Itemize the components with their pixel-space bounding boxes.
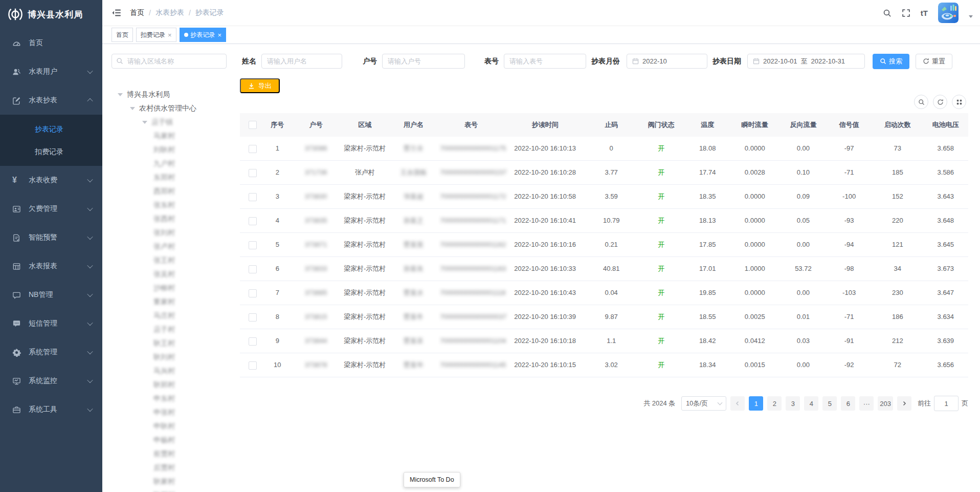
cell-reading: 3.02 [586,353,637,377]
page-button-3[interactable]: 3 [786,396,800,411]
tree-node-village[interactable]: 张王村 [112,253,227,267]
tree-expand-caret-icon[interactable] [142,121,147,124]
tree-node-label: 西郑村 [153,187,175,196]
avatar[interactable] [938,3,959,23]
page-ellipsis[interactable]: ··· [859,396,874,411]
close-icon[interactable]: × [168,32,172,38]
sidebar-item-水表收费[interactable]: ¥水表收费 [0,166,102,195]
sidebar-item-系统管理[interactable]: 系统管理 [0,338,102,367]
tree-node-village[interactable]: 张东村 [112,198,227,212]
sidebar-item-系统工具[interactable]: 系统工具 [0,395,102,424]
account-input[interactable] [382,54,465,69]
tab-home[interactable]: 首页 [112,28,133,42]
breadcrumb-home[interactable]: 首页 [130,8,144,17]
reading-month-picker[interactable]: 2022-10 [627,54,707,69]
next-page-button[interactable] [897,396,911,411]
page-button-4[interactable]: 4 [804,396,818,411]
sidebar-subitem-抄表记录[interactable]: 抄表记录 [0,118,102,140]
tree-node-village[interactable]: 董家村 [112,295,227,309]
tree-node-village[interactable]: 耿家村 [112,475,227,488]
tree-node-village[interactable]: 张西村 [112,212,227,226]
sidebar-item-水表抄表[interactable]: 水表抄表 [0,86,102,115]
sidebar-item-水表报表[interactable]: 水表报表 [0,252,102,281]
page-button-203[interactable]: 203 [878,396,893,411]
sidebar-item-短信管理[interactable]: 短信管理 [0,309,102,338]
goto-page-input[interactable] [934,396,959,411]
row-checkbox[interactable] [240,329,263,353]
tree-node-village[interactable]: 耿刘村 [112,350,227,364]
tree-node[interactable]: 博兴县水利局 [112,88,227,101]
refresh-icon[interactable] [933,95,947,109]
search-icon[interactable] [883,9,892,17]
export-button[interactable]: 导出 [240,78,280,93]
name-input[interactable] [261,54,342,69]
tree-node-village[interactable]: 申耿村 [112,419,227,433]
meter-no-input[interactable] [504,54,586,69]
tree-node[interactable]: 店子镇 [112,115,227,129]
tree-node-village[interactable]: 马兴村 [112,364,227,378]
page-button-2[interactable]: 2 [767,396,782,411]
row-checkbox[interactable] [240,161,263,185]
sidebar-item-NB管理[interactable]: NB管理 [0,281,102,309]
page-button-5[interactable]: 5 [822,396,837,411]
sidebar-item-系统监控[interactable]: 系统监控 [0,367,102,395]
tree-node-village[interactable]: 店子村 [112,323,227,336]
font-size-icon[interactable]: tT [921,9,928,17]
hamburger-icon[interactable] [112,8,122,18]
cell-voltage: 3.648 [923,209,968,233]
tree-node-village[interactable]: 耿王村 [112,336,227,350]
tree-node-village[interactable]: 九户村 [112,157,227,170]
prev-page-button[interactable] [730,396,745,411]
cell-region: 梁家村-示范村 [341,305,389,329]
table-search-toggle-icon[interactable] [914,95,928,109]
tree-node[interactable]: 农村供水管理中心 [112,101,227,115]
avatar-caret-icon[interactable] [969,15,973,18]
tree-node-village[interactable]: 张刘村 [112,226,227,240]
tree-node-village[interactable]: 张吴村 [112,267,227,281]
tree-node-village[interactable]: 前贾村 [112,447,227,461]
tree-node-village[interactable]: 后贾村 [112,461,227,475]
column-settings-icon[interactable] [952,95,966,109]
page-size-select[interactable]: 10条/页 [681,396,726,411]
search-button[interactable]: 搜索 [873,54,909,69]
row-checkbox[interactable] [240,209,263,233]
page-button-6[interactable]: 6 [841,396,855,411]
tree-node-village[interactable]: 耿郭村 [112,378,227,392]
tree-node-village[interactable]: 刘耿村 [112,143,227,157]
tree-node-village[interactable]: 申张村 [112,405,227,419]
tree-expand-caret-icon[interactable] [118,93,123,96]
tree-node-village[interactable]: 申杨村 [112,433,227,447]
tree-expand-caret-icon[interactable] [130,107,135,110]
sidebar-subitem-扣费记录[interactable]: 扣费记录 [0,140,102,163]
page-button-1[interactable]: 1 [749,396,763,411]
column-header: 户号 [292,113,340,137]
row-checkbox[interactable] [240,257,263,281]
row-checkbox[interactable] [240,281,263,305]
tree-node-village[interactable]: 申东村 [112,392,227,405]
row-checkbox[interactable] [240,233,263,257]
reset-button[interactable]: 重置 [916,54,952,69]
sidebar-item-首页[interactable]: 首页 [0,29,102,57]
tree-node-village[interactable]: 沙柳村 [112,281,227,295]
region-search-input[interactable] [112,54,227,69]
tree-node-village[interactable]: 东郑村 [112,170,227,184]
tree-node-village[interactable]: 耿郑村 [112,488,227,492]
fullscreen-icon[interactable] [902,9,910,17]
tree-node-village[interactable]: 马家村 [112,129,227,143]
reading-date-range-picker[interactable]: 2022-10-01 至 2022-10-31 [747,54,865,69]
tree-node-village[interactable]: 西郑村 [112,184,227,198]
row-checkbox[interactable] [240,185,263,209]
tab-deduction-records[interactable]: 扣费记录 × [136,28,176,42]
sidebar-item-水表用户[interactable]: 水表用户 [0,57,102,86]
close-icon[interactable]: × [218,32,222,38]
tab-meter-reading-records[interactable]: 抄表记录 × [180,28,227,42]
sidebar-item-欠费管理[interactable]: 欠费管理 [0,195,102,223]
tree-node-village[interactable]: 张卢村 [112,240,227,253]
row-checkbox[interactable] [240,137,263,161]
row-checkbox[interactable] [240,305,263,329]
select-all-checkbox[interactable] [240,113,263,137]
tree-node-village[interactable]: 马庄村 [112,309,227,323]
row-checkbox[interactable] [240,353,263,377]
breadcrumb-meter-reading[interactable]: 水表抄表 [155,8,184,17]
sidebar-item-智能预警[interactable]: 智能预警 [0,223,102,252]
